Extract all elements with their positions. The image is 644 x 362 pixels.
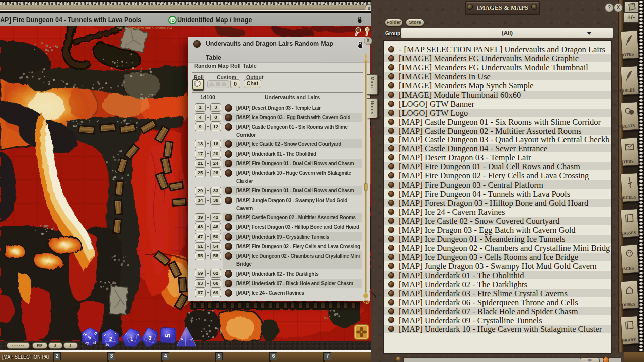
- svg-text:1: 1: [130, 336, 133, 342]
- svg-text:THE UNDERVAULTS FIRE DUNGEON L: THE UNDERVAULTS FIRE DUNGEON LV4: [117, 27, 172, 30]
- svg-text:20: 20: [105, 343, 109, 347]
- svg-text:5: 5: [164, 334, 172, 338]
